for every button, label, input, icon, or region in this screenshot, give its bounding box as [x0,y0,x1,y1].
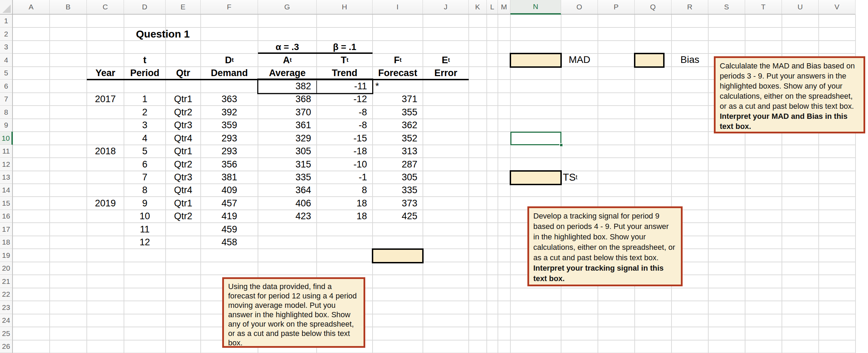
cell-D12-period[interactable]: 6 [124,158,166,171]
symbol-header-Ft[interactable]: Ft [373,54,423,67]
cell-G15-average[interactable]: 406 [258,197,317,210]
answer-cell-forecast-p12[interactable] [372,248,424,263]
row-header-22[interactable]: 22 [0,288,13,301]
cell-E7-qtr[interactable]: Qtr1 [166,93,201,106]
cell-H10-trend[interactable]: -15 [317,132,373,145]
row-header-16[interactable]: 16 [0,210,13,223]
row-header-1[interactable]: 1 [0,15,13,27]
cell-I13-forecast[interactable]: 305 [373,171,423,184]
cell-I6-footnote[interactable]: * [373,80,423,93]
column-header-E[interactable]: E [166,0,201,15]
row-header-12[interactable]: 12 [0,158,13,171]
row-header-14[interactable]: 14 [0,184,13,197]
cell-G7-average[interactable]: 368 [258,93,317,106]
cell-F9-demand[interactable]: 359 [201,119,258,132]
table-header-year[interactable]: Year [87,67,124,80]
table-header-demand[interactable]: Demand [201,67,258,80]
row-header-3[interactable]: 3 [0,41,13,54]
row-header-6[interactable]: 6 [0,80,13,93]
column-header-B[interactable]: B [50,0,87,15]
cell-C11-year[interactable]: 2018 [87,145,124,158]
cell-I15-forecast[interactable]: 373 [373,197,423,210]
cell-F8-demand[interactable]: 392 [201,106,258,119]
cell-H9-trend[interactable]: -8 [317,119,373,132]
table-header-period[interactable]: Period [124,67,166,80]
cell-D9-period[interactable]: 3 [124,119,166,132]
cell-G14-average[interactable]: 364 [258,184,317,197]
cell-D13-period[interactable]: 7 [124,171,166,184]
cell-H8-trend[interactable]: -8 [317,106,373,119]
cell-F14-demand[interactable]: 409 [201,184,258,197]
column-header-A[interactable]: A [13,0,50,15]
row-header-15[interactable]: 15 [0,197,13,210]
column-header-V[interactable]: V [819,0,856,15]
cell-H7-trend[interactable]: -12 [317,93,373,106]
cell-C15-year[interactable]: 2019 [87,197,124,210]
cell-G13-average[interactable]: 335 [258,171,317,184]
symbol-header-t[interactable]: t [124,54,166,67]
cell-E16-qtr[interactable]: Qtr2 [166,210,201,223]
cell-E14-qtr[interactable]: Qtr4 [166,184,201,197]
cell-I11-forecast[interactable]: 313 [373,145,423,158]
column-header-K[interactable]: K [469,0,487,15]
cell-H14-trend[interactable]: 8 [317,184,373,197]
column-header-H[interactable]: H [317,0,373,15]
column-header-J[interactable]: J [423,0,469,15]
cell-I10-forecast[interactable]: 352 [373,132,423,145]
cell-D17-period[interactable]: 11 [124,223,166,236]
cell-D18-period[interactable]: 12 [124,236,166,249]
row-header-7[interactable]: 7 [0,93,13,106]
cell-E10-qtr[interactable]: Qtr4 [166,132,201,145]
mad-label[interactable]: MAD [561,53,598,67]
column-header-U[interactable]: U [782,0,819,15]
table-header-error[interactable]: Error [423,67,469,80]
cell-I12-forecast[interactable]: 287 [373,158,423,171]
cell-D8-period[interactable]: 2 [124,106,166,119]
answer-cell-mad[interactable] [510,53,562,68]
row-header-8[interactable]: 8 [0,106,13,119]
column-header-Q[interactable]: Q [635,0,671,15]
row-header-23[interactable]: 23 [0,301,13,314]
cell-G9-average[interactable]: 361 [258,119,317,132]
cell-D14-period[interactable]: 8 [124,184,166,197]
cell-F7-demand[interactable]: 363 [201,93,258,106]
cell-F12-demand[interactable]: 356 [201,158,258,171]
column-header-I[interactable]: I [373,0,423,15]
cell-F16-demand[interactable]: 419 [201,210,258,223]
row-header-17[interactable]: 17 [0,223,13,236]
row-header-18[interactable]: 18 [0,236,13,249]
cell-H16-trend[interactable]: 18 [317,210,373,223]
column-header-O[interactable]: O [561,0,598,15]
symbol-header-Et[interactable]: Et [423,54,469,67]
cell-D15-period[interactable]: 9 [124,197,166,210]
row-header-13[interactable]: 13 [0,171,13,184]
column-header-R[interactable]: R [671,0,708,15]
cell-E13-qtr[interactable]: Qtr3 [166,171,201,184]
cell-E8-qtr[interactable]: Qtr2 [166,106,201,119]
column-header-F[interactable]: F [201,0,258,15]
note-tracking-signal[interactable]: Develop a tracking signal for period 9 b… [527,206,683,286]
column-header-L[interactable]: L [487,0,498,15]
cell-E12-qtr[interactable]: Qtr2 [166,158,201,171]
cell-F10-demand[interactable]: 293 [201,132,258,145]
note-moving-average[interactable]: Using the data provided, find a forecast… [222,277,365,348]
cell-D16-period[interactable]: 10 [124,210,166,223]
table-header-forecast[interactable]: Forecast [373,67,423,80]
table-header-trend[interactable]: Trend [317,67,373,80]
column-header-M[interactable]: M [498,0,510,15]
cell-H12-trend[interactable]: -10 [317,158,373,171]
row-header-4[interactable]: 4 [0,54,13,67]
cell-H13-trend[interactable]: -1 [317,171,373,184]
row-header-24[interactable]: 24 [0,314,13,327]
column-header-N[interactable]: N [510,0,561,15]
cell-H11-trend[interactable]: -18 [317,145,373,158]
cell-D11-period[interactable]: 5 [124,145,166,158]
sheet-title[interactable]: Question 1 [124,27,202,41]
row-header-21[interactable]: 21 [0,275,13,288]
tracking-signal-label[interactable]: TSt [563,171,577,184]
cell-I9-forecast[interactable]: 362 [373,119,423,132]
cell-F13-demand[interactable]: 381 [201,171,258,184]
row-header-25[interactable]: 25 [0,327,13,340]
row-header-2[interactable]: 2 [0,27,13,41]
column-header-P[interactable]: P [598,0,635,15]
